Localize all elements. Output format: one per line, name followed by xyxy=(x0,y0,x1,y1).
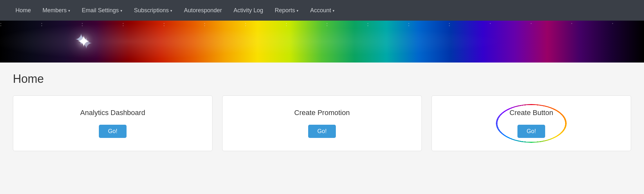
hero-banner xyxy=(0,21,644,63)
go-button-analytics[interactable]: Go! xyxy=(99,125,126,138)
nav-item-reports[interactable]: Reports ▾ xyxy=(269,0,304,21)
nav-item-members[interactable]: Members ▾ xyxy=(37,0,76,21)
main-content: Home Analytics Dashboard Go! Create Prom… xyxy=(0,63,644,161)
card-button-title: Create Button xyxy=(509,109,553,117)
card-button-inner: Create Button Go! xyxy=(509,109,553,138)
star-burst-decoration xyxy=(74,32,93,51)
page-title: Home xyxy=(13,72,631,86)
nav-item-email-settings[interactable]: Email Settings ▾ xyxy=(76,0,128,21)
cards-row: Analytics Dashboard Go! Create Promotion… xyxy=(13,95,631,151)
chevron-down-icon: ▾ xyxy=(333,9,335,13)
nav-item-autoresponder[interactable]: Autoresponder xyxy=(178,0,228,21)
nav-item-activity-log[interactable]: Activity Log xyxy=(228,0,269,21)
nav-item-subscriptions[interactable]: Subscriptions ▾ xyxy=(128,0,178,21)
chevron-down-icon: ▾ xyxy=(170,9,172,13)
nav-item-account[interactable]: Account ▾ xyxy=(304,0,340,21)
chevron-down-icon: ▾ xyxy=(297,9,298,13)
card-promotion-title: Create Promotion xyxy=(294,109,350,117)
card-analytics-title: Analytics Dashboard xyxy=(80,109,145,117)
nav-item-home[interactable]: Home xyxy=(10,0,37,21)
chevron-down-icon: ▾ xyxy=(120,9,122,13)
card-analytics-dashboard: Analytics Dashboard Go! xyxy=(13,95,213,151)
main-nav: Home Members ▾ Email Settings ▾ Subscrip… xyxy=(0,0,644,21)
card-create-button: Create Button Go! xyxy=(431,95,631,151)
card-create-promotion: Create Promotion Go! xyxy=(222,95,422,151)
go-button-create-button[interactable]: Go! xyxy=(517,125,545,138)
go-button-promotion[interactable]: Go! xyxy=(308,125,336,138)
chevron-down-icon: ▾ xyxy=(68,9,70,13)
